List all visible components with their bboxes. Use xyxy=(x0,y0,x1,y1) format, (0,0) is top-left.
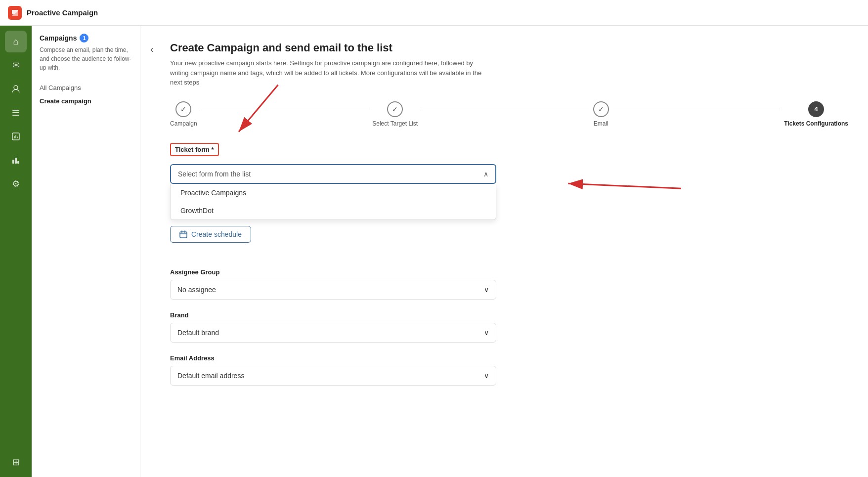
step-label-3: Email xyxy=(594,120,608,127)
page-title: Create Campaign and send email to the li… xyxy=(170,42,848,54)
app-logo xyxy=(8,6,22,20)
email-address-value: Default email address xyxy=(177,372,244,380)
svg-rect-6 xyxy=(15,158,17,164)
chevron-up-icon: ∧ xyxy=(483,170,488,178)
sidebar-icon-home[interactable]: ⌂ xyxy=(5,31,27,52)
app-title: Proactive Campaign xyxy=(27,8,98,17)
step-connector-1 xyxy=(201,109,369,109)
calendar-icon xyxy=(179,230,187,238)
assignee-group-group: Assignee Group No assignee ∨ xyxy=(170,268,496,300)
email-address-group: Email Address Default email address ∨ xyxy=(170,354,496,386)
sidebar-heading-text: Campaigns xyxy=(40,34,77,42)
assignee-group-value: No assignee xyxy=(177,286,216,294)
brand-select[interactable]: Default brand ∨ xyxy=(170,323,496,343)
step-circle-1 xyxy=(175,101,191,117)
svg-rect-7 xyxy=(17,161,19,164)
ticket-form-select[interactable]: Select form from the list ∧ xyxy=(170,164,496,184)
step-target-list: Select Target List xyxy=(372,101,418,127)
step-circle-4: 4 xyxy=(808,101,824,117)
sidebar-icon-grid[interactable]: ⊞ xyxy=(5,451,27,473)
svg-rect-5 xyxy=(12,160,14,164)
nav-link-create-campaign[interactable]: Create campaign xyxy=(40,95,132,107)
chevron-down-icon-brand: ∨ xyxy=(484,329,489,337)
svg-rect-1 xyxy=(12,110,19,111)
step-label-1: Campaign xyxy=(170,120,197,127)
step-tickets-config: 4 Tickets Configurations xyxy=(784,101,848,127)
brand-label: Brand xyxy=(170,311,496,319)
secondary-sidebar-title: Campaigns 1 xyxy=(40,34,132,43)
step-circle-2 xyxy=(387,101,403,117)
step-campaign: Campaign xyxy=(170,101,197,127)
main-content: ‹ Create Campaign and send email to the … xyxy=(140,26,868,477)
create-schedule-button[interactable]: Create schedule xyxy=(170,226,251,243)
ticket-form-group: Ticket form * Select form from the list … xyxy=(170,143,496,257)
left-sidebar: ⌂ ✉ ⚙ xyxy=(0,26,32,477)
step-email: Email xyxy=(593,101,609,127)
sidebar-icon-list[interactable] xyxy=(5,102,27,124)
topbar: Proactive Campaign xyxy=(0,0,868,26)
assignee-group-label: Assignee Group xyxy=(170,268,496,276)
back-button[interactable]: ‹ xyxy=(150,43,154,55)
step-circle-3 xyxy=(593,101,609,117)
create-schedule-label: Create schedule xyxy=(191,230,242,238)
step-label-4: Tickets Configurations xyxy=(784,120,848,127)
svg-rect-3 xyxy=(12,115,19,116)
email-address-select[interactable]: Default email address ∨ xyxy=(170,366,496,386)
nav-link-all-campaigns[interactable]: All Campaigns xyxy=(40,82,132,93)
brand-value: Default brand xyxy=(177,329,219,337)
sidebar-icon-barchart[interactable] xyxy=(5,149,27,171)
sidebar-icon-reports[interactable] xyxy=(5,126,27,147)
sidebar-icon-settings[interactable]: ⚙ xyxy=(5,173,27,195)
svg-rect-8 xyxy=(180,232,187,238)
step-label-2: Select Target List xyxy=(372,120,418,127)
brand-group: Brand Default brand ∨ xyxy=(170,311,496,343)
sidebar-description: Compose an email, plan the time, and cho… xyxy=(40,45,132,72)
form-section: Ticket form * Select form from the list … xyxy=(160,143,496,386)
dropdown-item-growthdot[interactable]: GrowthDot xyxy=(171,202,496,219)
ticket-form-dropdown: Proactive Campaigns GrowthDot xyxy=(170,184,496,220)
chevron-down-icon-email: ∨ xyxy=(484,372,489,380)
page-header: Create Campaign and send email to the li… xyxy=(160,42,848,87)
step-connector-3 xyxy=(613,109,781,109)
email-address-label: Email Address xyxy=(170,354,496,362)
dropdown-item-proactive[interactable]: Proactive Campaigns xyxy=(171,184,496,202)
main-layout: ⌂ ✉ ⚙ xyxy=(0,26,868,477)
step-progress: Campaign Select Target List Email 4 Tick… xyxy=(160,101,848,127)
chevron-down-icon-assignee: ∨ xyxy=(484,286,489,294)
ticket-form-placeholder: Select form from the list xyxy=(178,170,251,178)
svg-point-0 xyxy=(14,86,18,89)
step-connector-2 xyxy=(422,109,589,109)
sidebar-badge: 1 xyxy=(80,34,88,43)
sidebar-icon-email[interactable]: ✉ xyxy=(5,54,27,76)
ticket-form-label: Ticket form * xyxy=(170,143,219,156)
secondary-sidebar: Campaigns 1 Compose an email, plan the t… xyxy=(32,26,140,477)
svg-rect-2 xyxy=(12,112,19,113)
assignee-group-select[interactable]: No assignee ∨ xyxy=(170,280,496,300)
sidebar-icon-contacts[interactable] xyxy=(5,78,27,100)
page-description: Your new proactive campaign starts here.… xyxy=(170,58,486,87)
